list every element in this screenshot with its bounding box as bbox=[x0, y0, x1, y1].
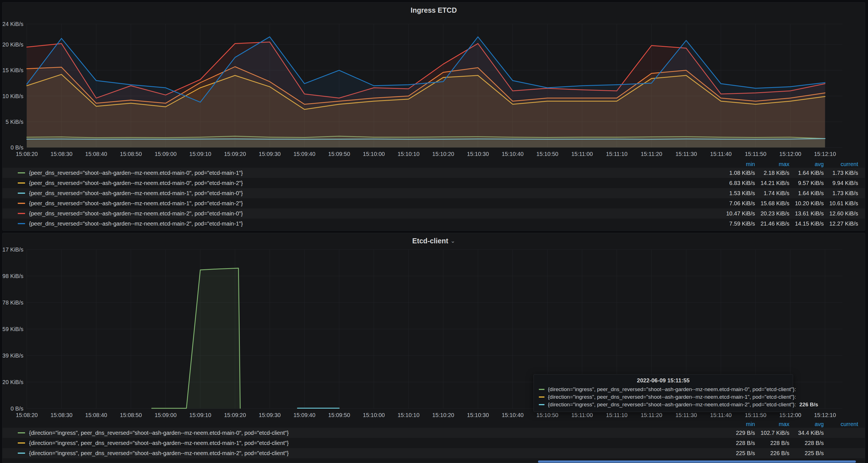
series-color-dash-icon bbox=[18, 442, 25, 443]
panel-menu-caret-icon[interactable]: ⌄ bbox=[451, 238, 456, 243]
x-axis-tick-label: 15:09:00 bbox=[155, 412, 177, 418]
legend-stat-current: 12.27 KiB/s bbox=[824, 221, 858, 227]
x-axis-tick-label: 15:12:00 bbox=[779, 412, 801, 418]
x-axis-tick-label: 15:10:20 bbox=[432, 412, 454, 418]
legend-column-header-max[interactable]: max bbox=[755, 421, 789, 428]
panel-ingress-etcd: Ingress ETCD 15:08:2015:08:3015:08:4015:… bbox=[2, 2, 865, 231]
legend-series-toggle[interactable]: {peer_dns_reversed="shoot--ash-garden--m… bbox=[18, 221, 721, 227]
legend-row: {direction="ingress", peer_dns_reversed=… bbox=[3, 448, 865, 458]
legend-series-toggle[interactable]: {peer_dns_reversed="shoot--ash-garden--m… bbox=[18, 210, 721, 217]
x-axis-tick-label: 15:12:00 bbox=[779, 151, 801, 157]
x-axis-tick-label: 15:09:40 bbox=[293, 412, 315, 418]
x-axis-tick-label: 15:11:50 bbox=[745, 151, 766, 157]
series-color-dash-icon bbox=[539, 397, 545, 398]
legend-stat-max: 1.74 KiB/s bbox=[755, 190, 789, 197]
y-axis-tick-label: 39 KiB/s bbox=[3, 352, 23, 359]
legend-stat-max: 15.68 KiB/s bbox=[755, 200, 789, 207]
legend-stat-max: 2.18 KiB/s bbox=[755, 170, 789, 176]
tooltip-series-row: {direction="ingress", peer_dns_reversed=… bbox=[539, 401, 788, 408]
tooltip-series-value: 226 B/s bbox=[800, 402, 818, 408]
series-color-dash-icon bbox=[18, 172, 25, 173]
legend-column-header-min[interactable]: min bbox=[721, 161, 755, 168]
x-axis-tick-label: 15:08:20 bbox=[16, 412, 38, 418]
horizontal-scrollbar[interactable] bbox=[538, 460, 856, 463]
legend-table: minmaxavgcurrent{peer_dns_reversed="shoo… bbox=[3, 161, 865, 229]
series-name: {peer_dns_reversed="shoot--ash-garden--m… bbox=[29, 180, 243, 186]
legend-header-row: minmaxavgcurrent bbox=[3, 421, 865, 428]
x-axis-tick-label: 15:12:10 bbox=[814, 412, 836, 418]
panel-title[interactable]: Ingress ETCD bbox=[411, 6, 457, 15]
ingress-etcd-chart[interactable]: 15:08:2015:08:3015:08:4015:08:5015:09:00… bbox=[3, 18, 865, 164]
chart-tooltip: 2022-06-09 15:11:55 {direction="ingress"… bbox=[533, 374, 793, 412]
legend-stat-current: 1.73 KiB/s bbox=[824, 190, 858, 197]
x-axis-tick-label: 15:08:20 bbox=[16, 151, 38, 157]
series-color-dash-icon bbox=[18, 182, 25, 183]
series-name: {direction="ingress", peer_dns_reversed=… bbox=[29, 440, 288, 446]
legend-stat-min: 229 B/s bbox=[721, 430, 755, 436]
x-axis-tick-label: 15:08:40 bbox=[85, 412, 107, 418]
x-axis-tick-label: 15:11:20 bbox=[641, 151, 662, 157]
x-axis-tick-label: 15:09:30 bbox=[259, 412, 281, 418]
legend-series-toggle[interactable]: {peer_dns_reversed="shoot--ash-garden--m… bbox=[18, 180, 721, 186]
x-axis-tick-label: 15:11:20 bbox=[641, 412, 662, 418]
x-axis-tick-label: 15:10:20 bbox=[432, 151, 454, 157]
legend-column-header-min[interactable]: min bbox=[721, 421, 755, 428]
legend-column-header-current[interactable]: current bbox=[824, 421, 858, 428]
tooltip-series-label: {direction="ingress", peer_dns_reversed=… bbox=[548, 386, 796, 393]
x-axis-tick-label: 15:10:30 bbox=[467, 151, 489, 157]
legend-stat-avg: 14.15 KiB/s bbox=[789, 221, 824, 227]
series-color-dash-icon bbox=[18, 193, 25, 194]
x-axis-tick-label: 15:08:30 bbox=[51, 412, 72, 418]
x-axis-tick-label: 15:11:10 bbox=[606, 151, 627, 157]
x-axis-tick-label: 15:10:50 bbox=[536, 151, 558, 157]
legend-series-toggle[interactable]: {direction="ingress", peer_dns_reversed=… bbox=[18, 440, 721, 446]
legend-stat-avg: 34.4 KiB/s bbox=[789, 430, 824, 436]
tooltip-series-row: {direction="ingress", peer_dns_reversed=… bbox=[539, 393, 788, 401]
x-axis-tick-label: 15:09:20 bbox=[224, 151, 246, 157]
x-axis-tick-label: 15:10:40 bbox=[502, 412, 524, 418]
tooltip-timestamp: 2022-06-09 15:11:55 bbox=[539, 377, 788, 384]
y-axis-tick-label: 10 KiB/s bbox=[3, 93, 23, 99]
legend-series-toggle[interactable]: {peer_dns_reversed="shoot--ash-garden--m… bbox=[18, 190, 721, 197]
x-axis-tick-label: 15:11:10 bbox=[606, 412, 627, 418]
x-axis-tick-label: 15:11:30 bbox=[676, 151, 697, 157]
legend-column-header-max[interactable]: max bbox=[755, 161, 789, 168]
x-axis-tick-label: 15:09:50 bbox=[328, 412, 350, 418]
legend-column-header-avg[interactable]: avg bbox=[789, 161, 824, 168]
series-name: {peer_dns_reversed="shoot--ash-garden--m… bbox=[29, 170, 243, 176]
legend-stat-current: 10.61 KiB/s bbox=[824, 200, 858, 207]
tooltip-rows: {direction="ingress", peer_dns_reversed=… bbox=[539, 385, 788, 408]
series-color-dash-icon bbox=[18, 203, 25, 204]
legend-series-toggle[interactable]: {peer_dns_reversed="shoot--ash-garden--m… bbox=[18, 200, 721, 207]
legend-series-toggle[interactable]: {direction="ingress", peer_dns_reversed=… bbox=[18, 450, 721, 457]
panel-header[interactable]: Ingress ETCD bbox=[3, 3, 865, 18]
legend-column-header-avg[interactable]: avg bbox=[789, 421, 824, 428]
x-axis-tick-label: 15:11:00 bbox=[571, 412, 593, 418]
y-axis-tick-label: 78 KiB/s bbox=[3, 299, 23, 306]
y-axis-tick-label: 0 B/s bbox=[10, 144, 23, 151]
x-axis-tick-label: 15:10:10 bbox=[398, 412, 420, 418]
tooltip-series-row: {direction="ingress", peer_dns_reversed=… bbox=[539, 385, 788, 393]
series-name: {peer_dns_reversed="shoot--ash-garden--m… bbox=[29, 200, 243, 207]
y-axis-tick-label: 15 KiB/s bbox=[3, 67, 23, 73]
legend-column-header-current[interactable]: current bbox=[824, 161, 858, 168]
legend-series-toggle[interactable]: {direction="ingress", peer_dns_reversed=… bbox=[18, 430, 721, 436]
panel-title[interactable]: Etcd-client bbox=[412, 237, 448, 245]
legend-stat-max: 21.46 KiB/s bbox=[755, 221, 789, 227]
series-color-dash-icon bbox=[539, 389, 545, 390]
x-axis-tick-label: 15:08:30 bbox=[51, 151, 72, 157]
x-axis-tick-label: 15:10:00 bbox=[363, 151, 385, 157]
legend-stat-min: 10.47 KiB/s bbox=[721, 210, 755, 217]
legend-stat-min: 1.53 KiB/s bbox=[721, 190, 755, 197]
x-axis-tick-label: 15:08:50 bbox=[120, 412, 142, 418]
x-axis-tick-label: 15:09:30 bbox=[259, 151, 281, 157]
series-fill bbox=[27, 37, 825, 147]
legend-series-toggle[interactable]: {peer_dns_reversed="shoot--ash-garden--m… bbox=[18, 170, 721, 176]
legend-stat-max: 226 B/s bbox=[755, 450, 789, 457]
legend-stat-min: 228 B/s bbox=[721, 440, 755, 446]
series-color-dash-icon bbox=[18, 432, 25, 433]
legend-row: {peer_dns_reversed="shoot--ash-garden--m… bbox=[3, 198, 865, 208]
legend-stat-max: 102.7 KiB/s bbox=[755, 430, 789, 436]
x-axis-tick-label: 15:10:00 bbox=[363, 412, 385, 418]
x-axis-tick-label: 15:09:10 bbox=[189, 412, 211, 418]
